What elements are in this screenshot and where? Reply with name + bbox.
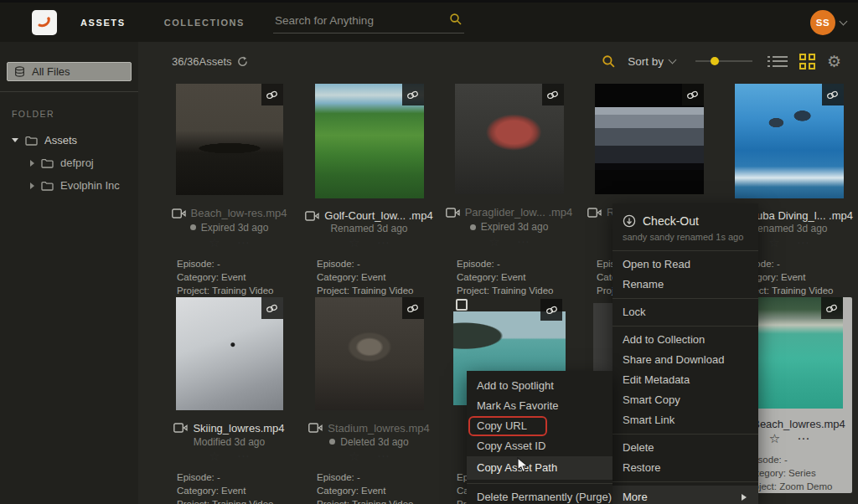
- menu-item-rename[interactable]: Rename: [612, 275, 758, 295]
- menu-item-restore[interactable]: Restore: [612, 458, 758, 478]
- favorite-star-icon[interactable]: ☆: [488, 234, 499, 249]
- menu-divider: [467, 483, 612, 484]
- asset-card[interactable]: Golf-Court_low... .mp4 Renamed 3d ago ☆ …: [299, 84, 439, 297]
- all-files-button[interactable]: All Files: [7, 62, 132, 81]
- video-thumbnail[interactable]: [455, 84, 564, 194]
- slider-handle[interactable]: [711, 57, 719, 65]
- more-options-icon[interactable]: ⋯: [237, 449, 250, 464]
- sidebar: All Files FOLDER AssetsdefprojEvolphin I…: [0, 42, 138, 504]
- menu-item-copy-url[interactable]: Copy URL: [467, 416, 612, 436]
- search-input[interactable]: [273, 11, 464, 33]
- grid-view-icon[interactable]: [799, 54, 815, 69]
- menu-item-smart-link[interactable]: Smart Link: [612, 410, 758, 430]
- tab-collections[interactable]: COLLECTIONS: [164, 18, 245, 28]
- meta-category: Category: Series: [744, 466, 852, 480]
- asset-count: 36/36Assets: [172, 55, 249, 68]
- menu-item-mark-as-favorite[interactable]: Mark As Favorite: [467, 396, 612, 416]
- folder-icon: [41, 181, 54, 191]
- asset-card[interactable]: Stadium_lowres.mp4 Deleted 3d ago ☆ ⋯ Ep…: [299, 297, 439, 504]
- app-logo[interactable]: [32, 10, 57, 35]
- link-icon[interactable]: [822, 84, 844, 105]
- folder-label: defproj: [60, 157, 94, 169]
- favorite-star-icon[interactable]: ☆: [768, 235, 779, 250]
- more-options-icon[interactable]: ⋯: [517, 234, 530, 249]
- menu-item-open-to-read[interactable]: Open to Read: [612, 255, 758, 275]
- menu-item-add-to-spotlight[interactable]: Add to Spotlight: [467, 376, 612, 396]
- video-thumbnail[interactable]: [176, 297, 283, 410]
- top-bar: ASSETS COLLECTIONS SS: [0, 0, 858, 42]
- favorite-star-icon[interactable]: ☆: [209, 449, 220, 464]
- link-icon[interactable]: [821, 297, 843, 319]
- link-icon[interactable]: [542, 84, 564, 105]
- menu-item-lock[interactable]: Lock: [612, 302, 758, 322]
- menu-item-add-to-collection[interactable]: Add to Collection: [612, 330, 758, 350]
- submenu-arrow-icon: [742, 494, 747, 501]
- user-menu[interactable]: SS: [810, 10, 846, 35]
- more-options-icon[interactable]: ⋯: [797, 431, 809, 446]
- asset-metadata: Episode: - Category: Event Project: Trai…: [159, 257, 299, 297]
- menu-item-smart-copy[interactable]: Smart Copy: [612, 390, 758, 410]
- checkout-icon: [623, 214, 636, 228]
- asset-actions: ☆ ⋯: [159, 449, 299, 464]
- avatar[interactable]: SS: [810, 10, 835, 35]
- thumbnail-area: [159, 84, 299, 195]
- menu-item-copy-asset-id[interactable]: Copy Asset ID: [467, 436, 612, 456]
- refresh-icon[interactable]: [236, 55, 249, 68]
- more-options-icon[interactable]: ⋯: [377, 449, 390, 464]
- link-icon[interactable]: [402, 84, 424, 105]
- menu-item-more[interactable]: More: [612, 486, 758, 504]
- caret-down-icon[interactable]: [12, 138, 18, 142]
- tab-assets[interactable]: ASSETS: [80, 18, 126, 28]
- favorite-star-icon[interactable]: ☆: [769, 431, 780, 446]
- search-icon[interactable]: [449, 13, 463, 29]
- caret-right-icon[interactable]: [30, 183, 34, 189]
- video-thumbnail[interactable]: [735, 84, 844, 198]
- favorite-star-icon[interactable]: ☆: [349, 235, 359, 250]
- link-icon[interactable]: [261, 84, 283, 105]
- menu-item-copy-asset-path[interactable]: Copy Asset Path: [467, 456, 612, 480]
- link-icon[interactable]: [261, 297, 283, 319]
- select-checkbox[interactable]: [456, 299, 468, 311]
- folder-item-evolphin-inc[interactable]: Evolphin Inc: [0, 174, 138, 197]
- asset-name: Beach_lowres.mp4: [752, 418, 845, 430]
- settings-gear-icon[interactable]: ⚙: [827, 54, 841, 69]
- meta-episode: Episode: -: [457, 257, 579, 270]
- asset-name: Stadium_lowres.mp4: [328, 422, 429, 435]
- thumbnail-area: [159, 297, 299, 410]
- video-thumbnail[interactable]: [315, 84, 424, 198]
- database-icon: [14, 66, 25, 77]
- filter-search-icon[interactable]: [602, 54, 616, 69]
- asset-card[interactable]: Skiing_lowres.mp4 Modified 3d ago ☆ ⋯ Ep…: [159, 297, 299, 504]
- favorite-star-icon[interactable]: ☆: [349, 449, 359, 464]
- video-thumbnail[interactable]: [595, 84, 704, 194]
- video-thumbnail[interactable]: [176, 84, 283, 195]
- asset-card[interactable]: Beach_low-res.mp4 Expired 3d ago ☆ ⋯ Epi…: [159, 84, 299, 297]
- caret-right-icon[interactable]: [30, 160, 34, 167]
- menu-item-share-and-download[interactable]: Share and Download: [612, 350, 758, 370]
- more-options-icon[interactable]: ⋯: [377, 235, 390, 250]
- thumbnail-area: [579, 84, 719, 194]
- meta-project: Project: Training Video: [177, 284, 299, 297]
- sort-by-dropdown[interactable]: Sort by: [628, 55, 675, 68]
- link-icon[interactable]: [540, 299, 562, 321]
- asset-name: Golf-Court_low... .mp4: [324, 209, 432, 222]
- menu-checkout-header[interactable]: Check-Out sandy sandy renamed 1s ago: [612, 210, 758, 247]
- favorite-star-icon[interactable]: ☆: [209, 235, 220, 250]
- more-options-icon[interactable]: ⋯: [237, 235, 250, 250]
- assets-toolbar: 36/36Assets Sort by ⚙: [138, 42, 858, 80]
- video-thumbnail[interactable]: [315, 297, 424, 410]
- link-icon[interactable]: [682, 84, 704, 105]
- asset-actions: ☆ ⋯: [439, 234, 579, 250]
- folder-item-defproj[interactable]: defproj: [0, 152, 138, 174]
- menu-item-delete-permanently-purge-[interactable]: Delete Permanently (Purge): [467, 487, 612, 504]
- more-options-icon[interactable]: ⋯: [797, 235, 809, 250]
- asset-actions: ☆ ⋯: [299, 449, 439, 464]
- menu-item-delete[interactable]: Delete: [612, 438, 758, 458]
- link-icon[interactable]: [402, 297, 424, 319]
- menu-item-edit-metadata[interactable]: Edit Metadata: [612, 370, 758, 390]
- folder-item-assets[interactable]: Assets: [0, 129, 138, 152]
- status-dot: [329, 439, 335, 445]
- asset-card[interactable]: Paraglider_low... .mp4 Expired 3d ago ☆ …: [439, 84, 579, 297]
- list-view-icon[interactable]: [773, 56, 788, 67]
- thumbnail-zoom-slider[interactable]: [695, 60, 752, 62]
